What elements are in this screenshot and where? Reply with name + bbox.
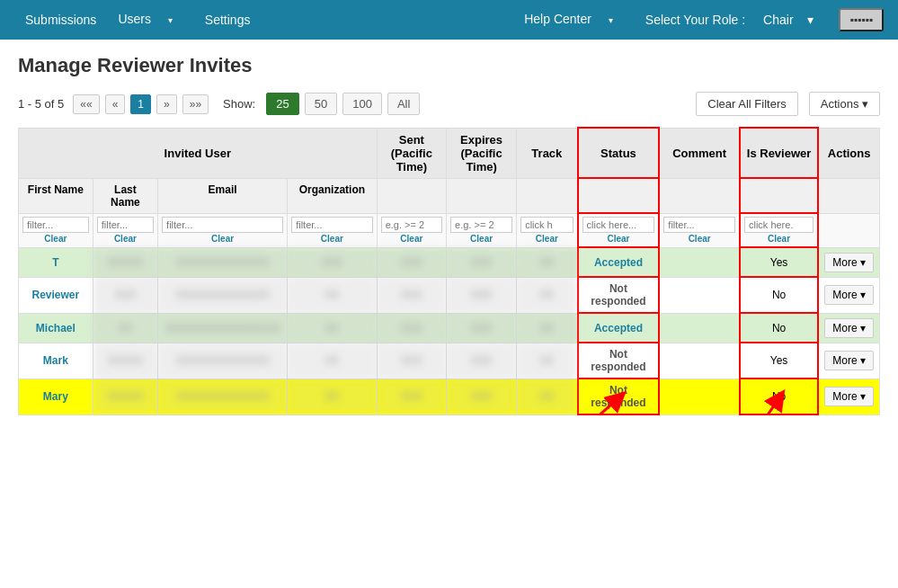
cell-organization: XX bbox=[288, 379, 378, 414]
organization-col-header: Organization bbox=[288, 178, 378, 213]
cell-track: XX bbox=[517, 277, 578, 313]
more-button[interactable]: More ▾ bbox=[824, 318, 874, 338]
more-button[interactable]: More ▾ bbox=[824, 351, 874, 370]
cell-first-name: Michael bbox=[19, 313, 93, 343]
prev-page-button[interactable]: « bbox=[105, 94, 126, 114]
chair-dropdown-arrow: ▾ bbox=[796, 0, 824, 40]
help-dropdown-arrow: ▾ bbox=[598, 1, 624, 40]
nav-submissions[interactable]: Submissions bbox=[14, 0, 107, 40]
user-button[interactable]: ▪▪▪▪▪▪ bbox=[839, 8, 884, 31]
table-wrapper: Invited User Sent (Pacific Time) Expires… bbox=[18, 127, 880, 415]
cell-organization: XX bbox=[288, 343, 378, 379]
org-filter-clear[interactable]: Clear bbox=[291, 234, 373, 244]
cell-track: XX bbox=[517, 313, 578, 343]
cell-actions: More ▾ bbox=[818, 313, 879, 343]
comment-filter-clear[interactable]: Clear bbox=[663, 234, 735, 244]
cell-first-name: T bbox=[19, 247, 93, 277]
nav-users[interactable]: Users ▾ bbox=[107, 0, 193, 40]
more-button[interactable]: More ▾ bbox=[824, 253, 874, 272]
cell-sent: XXX bbox=[377, 247, 446, 277]
last-name-col-header: Last Name bbox=[93, 178, 157, 213]
actions-dropdown-arrow: ▾ bbox=[862, 97, 868, 111]
email-filter-input[interactable] bbox=[162, 217, 283, 233]
show-25-button[interactable]: 25 bbox=[266, 93, 298, 115]
show-50-button[interactable]: 50 bbox=[305, 93, 337, 115]
email-col-header: Email bbox=[158, 178, 288, 213]
show-100-button[interactable]: 100 bbox=[342, 93, 382, 115]
comment-header: Comment bbox=[659, 128, 740, 178]
nav-help-center[interactable]: Help Center ▾ bbox=[513, 0, 635, 40]
nav-settings[interactable]: Settings bbox=[194, 0, 262, 40]
org-filter-input[interactable] bbox=[291, 217, 373, 233]
more-button[interactable]: More ▾ bbox=[824, 387, 874, 406]
cell-sent: XXX bbox=[377, 379, 446, 414]
cell-status: Accepted bbox=[578, 247, 660, 277]
status-filter-input[interactable] bbox=[582, 217, 655, 233]
sent-header: Sent (Pacific Time) bbox=[377, 128, 446, 178]
status-header: Status bbox=[578, 128, 660, 178]
cell-sent: XXX bbox=[377, 343, 446, 379]
comment-filter-input[interactable] bbox=[663, 217, 735, 233]
cell-is-reviewer: No bbox=[740, 277, 818, 313]
top-navigation: Submissions Users ▾ Settings Help Center… bbox=[0, 0, 898, 40]
is-reviewer-filter-clear[interactable]: Clear bbox=[744, 234, 814, 244]
first-name-filter-input[interactable] bbox=[22, 217, 89, 233]
show-label: Show: bbox=[223, 97, 255, 111]
cell-organization: XX bbox=[288, 277, 378, 313]
cell-sent: XXX bbox=[377, 277, 446, 313]
last-name-filter-clear[interactable]: Clear bbox=[97, 234, 154, 244]
cell-comment bbox=[659, 277, 740, 313]
reviewer-invites-table: Invited User Sent (Pacific Time) Expires… bbox=[18, 127, 880, 415]
more-button[interactable]: More ▾ bbox=[824, 285, 874, 305]
cell-track: XX bbox=[517, 247, 578, 277]
last-name-filter-cell: Clear bbox=[93, 213, 157, 247]
table-row: Reviewer XXX XXXXXXXXXXXXX XX XXX XXX XX… bbox=[19, 277, 880, 313]
comment-filter-cell: Clear bbox=[659, 213, 740, 247]
actions-col-header bbox=[818, 178, 879, 213]
cell-organization: XXX bbox=[288, 247, 378, 277]
first-name-filter-clear[interactable]: Clear bbox=[22, 234, 89, 244]
page-1-button[interactable]: 1 bbox=[130, 94, 151, 114]
is-reviewer-filter-input[interactable] bbox=[744, 217, 814, 233]
last-name-filter-input[interactable] bbox=[97, 217, 154, 233]
table-col-header-row: First Name Last Name Email Organization bbox=[19, 178, 880, 213]
is-reviewer-filter-cell: Clear bbox=[740, 213, 818, 247]
table-filter-row: Clear Clear Clear Clear bbox=[19, 213, 880, 247]
sent-filter-input[interactable] bbox=[381, 217, 442, 233]
cell-last-name: XX bbox=[93, 313, 157, 343]
clear-all-filters-button[interactable]: Clear All Filters bbox=[696, 92, 797, 116]
cell-email: XXXXXXXXXXXXX bbox=[158, 247, 288, 277]
cell-actions: More ▾ bbox=[818, 343, 879, 379]
track-filter-clear[interactable]: Clear bbox=[520, 234, 573, 244]
email-filter-clear[interactable]: Clear bbox=[162, 234, 283, 244]
first-page-button[interactable]: «« bbox=[73, 94, 99, 114]
actions-filter-cell bbox=[818, 213, 879, 247]
table-row: Mary XXXXX XXXXXXXXXXXXX XX XXX XXX XX N… bbox=[19, 379, 880, 414]
cell-expires: XXX bbox=[447, 379, 517, 414]
cell-track: XX bbox=[517, 379, 578, 414]
next-page-button[interactable]: » bbox=[156, 94, 177, 114]
email-filter-cell: Clear bbox=[158, 213, 288, 247]
page-content: Manage Reviewer Invites 1 - 5 of 5 «« « … bbox=[0, 40, 898, 430]
cell-comment bbox=[659, 379, 740, 414]
cell-first-name: Mark bbox=[19, 343, 93, 379]
expires-col-header bbox=[447, 178, 517, 213]
last-page-button[interactable]: »» bbox=[182, 94, 209, 114]
expires-header: Expires (Pacific Time) bbox=[447, 128, 517, 178]
cell-expires: XXX bbox=[447, 313, 517, 343]
show-all-button[interactable]: All bbox=[387, 93, 420, 115]
sent-filter-clear[interactable]: Clear bbox=[381, 234, 442, 244]
track-filter-input[interactable] bbox=[520, 217, 573, 233]
chair-dropdown[interactable]: Chair ▾ bbox=[756, 0, 831, 40]
cell-comment bbox=[659, 247, 740, 277]
cell-comment bbox=[659, 313, 740, 343]
expires-filter-clear[interactable]: Clear bbox=[450, 234, 512, 244]
first-name-filter-cell: Clear bbox=[19, 213, 93, 247]
status-filter-clear[interactable]: Clear bbox=[582, 234, 655, 244]
cell-first-name: Reviewer bbox=[19, 277, 93, 313]
actions-header: Actions bbox=[818, 128, 879, 178]
users-dropdown-arrow: ▾ bbox=[157, 1, 183, 40]
actions-dropdown-button[interactable]: Actions ▾ bbox=[809, 92, 880, 116]
track-header: Track bbox=[517, 128, 578, 178]
expires-filter-input[interactable] bbox=[450, 217, 512, 233]
